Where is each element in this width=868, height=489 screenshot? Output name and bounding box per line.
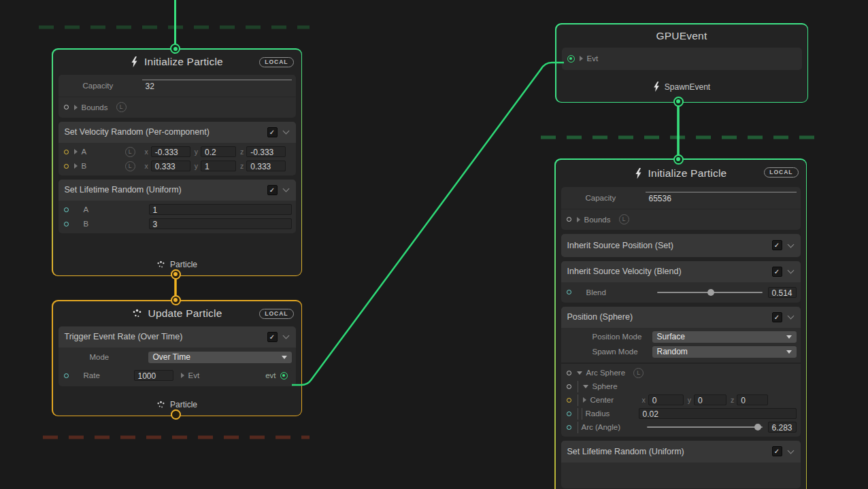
bounds-port[interactable] (64, 105, 69, 109)
expand-right-icon[interactable] (74, 149, 78, 154)
chevron-down-icon[interactable] (787, 447, 794, 454)
init-right-input-port[interactable] (673, 154, 684, 165)
capacity-field[interactable]: 65536 (646, 192, 797, 204)
port-a[interactable] (64, 207, 69, 212)
center-port[interactable] (567, 398, 571, 403)
rate-row: Rate 1000 Evt evt (63, 368, 292, 384)
chevron-down-icon[interactable] (282, 333, 289, 339)
expand-right-icon[interactable] (583, 397, 586, 403)
update-input-port[interactable] (171, 295, 181, 305)
capacity-field[interactable]: 32 (142, 80, 292, 92)
block-enabled-checkbox[interactable]: ✓ (267, 185, 278, 195)
capacity-label: Capacity (586, 194, 616, 202)
init-left-output-port[interactable] (171, 269, 181, 280)
spawn-mode-value: Random (657, 347, 786, 356)
position-mode-dropdown[interactable]: Surface (652, 331, 797, 343)
expand-right-icon[interactable] (74, 105, 78, 110)
arc-angle-port[interactable] (567, 425, 571, 430)
block-title: Inherit Source Position (Set) (567, 241, 673, 250)
vfx-graph-canvas[interactable]: Initialize Particle LOCAL Capacity 32 Bo… (0, 0, 868, 489)
radius-field[interactable]: 0.02 (639, 408, 797, 419)
block-inherit-source-position[interactable]: Inherit Source Position (Set) ✓ (561, 234, 801, 257)
local-space-icon[interactable]: L (633, 368, 644, 378)
rate-port[interactable] (64, 373, 69, 378)
lightning-icon (653, 82, 660, 92)
lightning-icon (635, 168, 642, 179)
block-enabled-checkbox[interactable]: ✓ (772, 446, 782, 456)
position-mode-row: Position Mode Surface (565, 331, 797, 343)
spawn-mode-dropdown[interactable]: Random (652, 346, 797, 358)
expand-down-icon[interactable] (583, 385, 588, 388)
node-title: Update Particle (148, 307, 222, 320)
chevron-down-icon[interactable] (282, 128, 289, 135)
port-a[interactable] (64, 150, 69, 154)
chevron-down-icon[interactable] (787, 313, 794, 320)
node-initialize-particle-left[interactable]: Initialize Particle LOCAL Capacity 32 Bo… (52, 48, 302, 276)
block-enabled-checkbox[interactable]: ✓ (267, 127, 278, 137)
a-z-field[interactable]: -0.333 (246, 146, 286, 157)
blend-port[interactable] (567, 290, 571, 294)
block-position-sphere[interactable]: Position (Sphere) ✓ Position Mode Surfac… (561, 307, 801, 437)
init-left-input-port[interactable] (170, 44, 180, 54)
block-enabled-checkbox[interactable]: ✓ (772, 312, 782, 322)
axis-z-label: z (240, 162, 244, 170)
rate-field[interactable]: 1000 (134, 370, 173, 381)
block-enabled-checkbox[interactable]: ✓ (267, 332, 278, 342)
block-trigger-event-rate[interactable]: Trigger Event Rate (Over Time) ✓ Mode Ov… (59, 326, 296, 386)
node-title-bar[interactable]: GPUEvent (556, 24, 807, 48)
evt-output-port[interactable] (280, 372, 288, 380)
blend-slider[interactable] (657, 287, 763, 298)
center-y-field[interactable]: 0 (694, 394, 727, 405)
arc-angle-field[interactable]: 6.283 (768, 422, 797, 433)
a-field[interactable]: 1 (149, 204, 292, 215)
center-x-field[interactable]: 0 (648, 394, 684, 405)
block-enabled-checkbox[interactable]: ✓ (772, 267, 782, 277)
port-b[interactable] (64, 222, 69, 226)
chevron-down-icon[interactable] (787, 241, 794, 248)
local-space-icon[interactable]: L (619, 214, 629, 224)
b-z-field[interactable]: 0.333 (246, 161, 286, 171)
dropdown-caret-icon (282, 356, 287, 359)
node-initialize-particle-right[interactable]: Initialize Particle LOCAL Capacity 65536… (554, 158, 807, 489)
b-x-field[interactable]: 0.333 (151, 161, 190, 171)
local-space-icon[interactable]: L (125, 147, 135, 157)
axis-x-label: x (642, 396, 646, 404)
sphere-port[interactable] (567, 384, 571, 389)
arc-angle-slider[interactable] (647, 422, 763, 433)
expand-right-icon[interactable] (181, 373, 184, 378)
node-gpuevent[interactable]: GPUEvent Evt SpawnEvent (555, 23, 808, 103)
center-z-field[interactable]: 0 (737, 394, 768, 405)
edge-evt-to-gpuevent[interactable] (292, 63, 564, 385)
chevron-down-icon[interactable] (787, 267, 794, 274)
local-space-icon[interactable]: L (116, 102, 127, 112)
b-field[interactable]: 3 (149, 218, 292, 229)
gpuevent-output-port[interactable] (673, 97, 684, 107)
block-set-velocity-random[interactable]: Set Velocity Random (Per-component) ✓ A … (59, 122, 296, 175)
expand-right-icon[interactable] (74, 163, 78, 169)
node-update-particle[interactable]: Update Particle LOCAL Trigger Event Rate… (52, 300, 302, 416)
mode-dropdown[interactable]: Over Time (148, 352, 292, 363)
a-x-field[interactable]: -0.333 (151, 146, 190, 157)
expand-right-icon[interactable] (580, 56, 583, 61)
footer-text: Particle (170, 260, 197, 269)
block-enabled-checkbox[interactable]: ✓ (772, 240, 782, 250)
radius-port[interactable] (567, 411, 571, 416)
b-y-field[interactable]: 1 (201, 161, 236, 171)
chevron-down-icon[interactable] (282, 186, 289, 192)
evt-input-port[interactable] (567, 55, 575, 63)
settings-panel: Capacity 32 Bounds L (59, 75, 296, 118)
slider-knob[interactable] (707, 289, 714, 296)
slider-knob[interactable] (754, 424, 761, 431)
arc-sphere-port[interactable] (567, 371, 571, 375)
blend-field[interactable]: 0.514 (768, 287, 797, 298)
port-b[interactable] (64, 164, 69, 169)
expand-right-icon[interactable] (577, 217, 580, 222)
block-set-lifetime-random[interactable]: Set Lifetime Random (Uniform) ✓ (561, 441, 801, 488)
block-inherit-source-velocity[interactable]: Inherit Source Velocity (Blend) ✓ Blend … (561, 261, 801, 303)
bounds-port[interactable] (567, 217, 571, 222)
local-space-icon[interactable]: L (125, 161, 135, 171)
block-set-lifetime-random[interactable]: Set Lifetime Random (Uniform) ✓ A 1 B 3 (59, 180, 296, 233)
update-output-port[interactable] (171, 409, 181, 420)
expand-down-icon[interactable] (577, 371, 582, 375)
a-y-field[interactable]: 0.2 (201, 146, 236, 157)
